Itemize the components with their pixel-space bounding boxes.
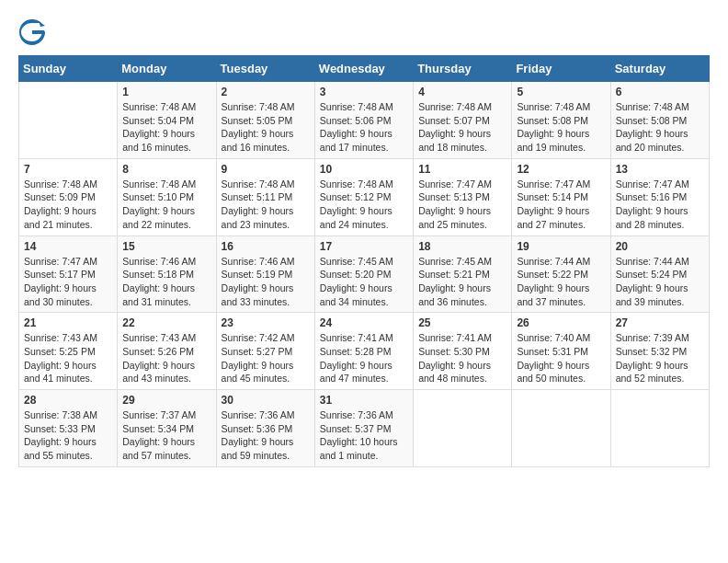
day-cell: 10Sunrise: 7:48 AMSunset: 5:12 PMDayligh… xyxy=(314,158,413,236)
day-number: 31 xyxy=(320,394,408,407)
cell-content: Sunrise: 7:38 AMSunset: 5:33 PMDaylight:… xyxy=(24,408,112,463)
day-number: 3 xyxy=(320,86,408,98)
day-number: 19 xyxy=(517,240,605,253)
day-cell xyxy=(610,390,709,467)
cell-content: Sunrise: 7:43 AMSunset: 5:26 PMDaylight:… xyxy=(122,331,210,385)
day-number: 21 xyxy=(24,316,112,329)
day-cell: 21Sunrise: 7:43 AMSunset: 5:25 PMDayligh… xyxy=(19,313,118,390)
day-cell: 9Sunrise: 7:48 AMSunset: 5:11 PMDaylight… xyxy=(216,158,314,236)
cell-content: Sunrise: 7:45 AMSunset: 5:20 PMDaylight:… xyxy=(320,255,408,309)
logo-icon xyxy=(18,18,46,46)
header-row: Sunday Monday Tuesday Wednesday Thursday… xyxy=(19,56,710,82)
week-row-2: 7Sunrise: 7:48 AMSunset: 5:09 PMDaylight… xyxy=(19,158,710,236)
day-cell: 26Sunrise: 7:40 AMSunset: 5:31 PMDayligh… xyxy=(512,313,610,390)
cell-content: Sunrise: 7:37 AMSunset: 5:34 PMDaylight:… xyxy=(122,408,210,463)
day-cell: 11Sunrise: 7:47 AMSunset: 5:13 PMDayligh… xyxy=(414,158,512,236)
day-cell: 12Sunrise: 7:47 AMSunset: 5:14 PMDayligh… xyxy=(512,158,610,236)
cell-content: Sunrise: 7:48 AMSunset: 5:08 PMDaylight:… xyxy=(616,100,704,155)
week-row-4: 21Sunrise: 7:43 AMSunset: 5:25 PMDayligh… xyxy=(19,313,710,390)
day-cell: 29Sunrise: 7:37 AMSunset: 5:34 PMDayligh… xyxy=(118,390,216,467)
day-number: 23 xyxy=(222,316,310,329)
day-number: 28 xyxy=(24,394,112,407)
day-number: 7 xyxy=(24,163,112,176)
day-cell: 18Sunrise: 7:45 AMSunset: 5:21 PMDayligh… xyxy=(414,236,512,313)
day-number: 20 xyxy=(616,240,704,253)
cell-content: Sunrise: 7:43 AMSunset: 5:25 PMDaylight:… xyxy=(24,331,112,385)
cell-content: Sunrise: 7:41 AMSunset: 5:28 PMDaylight:… xyxy=(320,331,408,385)
day-number: 13 xyxy=(616,163,704,176)
col-sunday: Sunday xyxy=(19,56,118,82)
logo xyxy=(18,18,48,46)
col-friday: Friday xyxy=(512,56,610,82)
cell-content: Sunrise: 7:47 AMSunset: 5:14 PMDaylight:… xyxy=(517,178,605,232)
cell-content: Sunrise: 7:46 AMSunset: 5:18 PMDaylight:… xyxy=(122,255,210,309)
day-number: 17 xyxy=(320,240,408,253)
cell-content: Sunrise: 7:48 AMSunset: 5:12 PMDaylight:… xyxy=(320,178,408,232)
day-cell: 2Sunrise: 7:48 AMSunset: 5:05 PMDaylight… xyxy=(216,82,314,159)
cell-content: Sunrise: 7:48 AMSunset: 5:07 PMDaylight:… xyxy=(418,100,506,155)
day-cell: 5Sunrise: 7:48 AMSunset: 5:08 PMDaylight… xyxy=(512,82,610,159)
day-number: 30 xyxy=(222,394,310,407)
cell-content: Sunrise: 7:36 AMSunset: 5:36 PMDaylight:… xyxy=(222,408,310,463)
day-cell: 15Sunrise: 7:46 AMSunset: 5:18 PMDayligh… xyxy=(118,236,216,313)
col-saturday: Saturday xyxy=(610,56,709,82)
day-cell: 14Sunrise: 7:47 AMSunset: 5:17 PMDayligh… xyxy=(19,236,118,313)
day-number: 11 xyxy=(418,163,506,176)
day-cell: 22Sunrise: 7:43 AMSunset: 5:26 PMDayligh… xyxy=(118,313,216,390)
day-cell: 1Sunrise: 7:48 AMSunset: 5:04 PMDaylight… xyxy=(118,82,216,159)
cell-content: Sunrise: 7:46 AMSunset: 5:19 PMDaylight:… xyxy=(222,255,310,309)
cell-content: Sunrise: 7:44 AMSunset: 5:24 PMDaylight:… xyxy=(616,255,704,309)
cell-content: Sunrise: 7:48 AMSunset: 5:06 PMDaylight:… xyxy=(320,100,408,155)
day-number: 6 xyxy=(616,86,704,98)
cell-content: Sunrise: 7:48 AMSunset: 5:11 PMDaylight:… xyxy=(222,178,310,232)
day-cell: 24Sunrise: 7:41 AMSunset: 5:28 PMDayligh… xyxy=(314,313,413,390)
day-cell xyxy=(414,390,512,467)
day-cell: 31Sunrise: 7:36 AMSunset: 5:37 PMDayligh… xyxy=(314,390,413,467)
week-row-5: 28Sunrise: 7:38 AMSunset: 5:33 PMDayligh… xyxy=(19,390,710,467)
cell-content: Sunrise: 7:47 AMSunset: 5:16 PMDaylight:… xyxy=(616,178,704,232)
day-number: 18 xyxy=(418,240,506,253)
day-number: 1 xyxy=(122,86,210,98)
day-number: 24 xyxy=(320,316,408,329)
day-number: 26 xyxy=(517,316,605,329)
col-monday: Monday xyxy=(118,56,216,82)
day-cell: 7Sunrise: 7:48 AMSunset: 5:09 PMDaylight… xyxy=(19,158,118,236)
col-thursday: Thursday xyxy=(414,56,512,82)
day-cell xyxy=(19,82,118,159)
day-cell: 13Sunrise: 7:47 AMSunset: 5:16 PMDayligh… xyxy=(610,158,709,236)
day-number: 12 xyxy=(517,163,605,176)
day-cell: 6Sunrise: 7:48 AMSunset: 5:08 PMDaylight… xyxy=(610,82,709,159)
day-number: 14 xyxy=(24,240,112,253)
day-cell: 23Sunrise: 7:42 AMSunset: 5:27 PMDayligh… xyxy=(216,313,314,390)
day-cell: 20Sunrise: 7:44 AMSunset: 5:24 PMDayligh… xyxy=(610,236,709,313)
cell-content: Sunrise: 7:48 AMSunset: 5:05 PMDaylight:… xyxy=(222,100,310,155)
day-cell: 30Sunrise: 7:36 AMSunset: 5:36 PMDayligh… xyxy=(216,390,314,467)
week-row-3: 14Sunrise: 7:47 AMSunset: 5:17 PMDayligh… xyxy=(19,236,710,313)
cell-content: Sunrise: 7:45 AMSunset: 5:21 PMDaylight:… xyxy=(418,255,506,309)
day-cell: 3Sunrise: 7:48 AMSunset: 5:06 PMDaylight… xyxy=(314,82,413,159)
calendar-table: Sunday Monday Tuesday Wednesday Thursday… xyxy=(18,55,710,467)
cell-content: Sunrise: 7:42 AMSunset: 5:27 PMDaylight:… xyxy=(222,331,310,385)
cell-content: Sunrise: 7:48 AMSunset: 5:08 PMDaylight:… xyxy=(517,100,605,155)
cell-content: Sunrise: 7:39 AMSunset: 5:32 PMDaylight:… xyxy=(616,331,704,385)
day-number: 8 xyxy=(122,163,210,176)
day-cell: 4Sunrise: 7:48 AMSunset: 5:07 PMDaylight… xyxy=(414,82,512,159)
day-number: 25 xyxy=(418,316,506,329)
day-cell: 27Sunrise: 7:39 AMSunset: 5:32 PMDayligh… xyxy=(610,313,709,390)
cell-content: Sunrise: 7:47 AMSunset: 5:17 PMDaylight:… xyxy=(24,255,112,309)
day-cell xyxy=(512,390,610,467)
cell-content: Sunrise: 7:36 AMSunset: 5:37 PMDaylight:… xyxy=(320,408,408,463)
cell-content: Sunrise: 7:48 AMSunset: 5:04 PMDaylight:… xyxy=(122,100,210,155)
cell-content: Sunrise: 7:48 AMSunset: 5:09 PMDaylight:… xyxy=(24,178,112,232)
day-cell: 16Sunrise: 7:46 AMSunset: 5:19 PMDayligh… xyxy=(216,236,314,313)
day-number: 10 xyxy=(320,163,408,176)
day-cell: 25Sunrise: 7:41 AMSunset: 5:30 PMDayligh… xyxy=(414,313,512,390)
day-number: 5 xyxy=(517,86,605,98)
day-number: 22 xyxy=(122,316,210,329)
day-cell: 8Sunrise: 7:48 AMSunset: 5:10 PMDaylight… xyxy=(118,158,216,236)
day-number: 4 xyxy=(418,86,506,98)
day-number: 15 xyxy=(122,240,210,253)
day-cell: 17Sunrise: 7:45 AMSunset: 5:20 PMDayligh… xyxy=(314,236,413,313)
week-row-1: 1Sunrise: 7:48 AMSunset: 5:04 PMDaylight… xyxy=(19,82,710,159)
day-number: 29 xyxy=(122,394,210,407)
